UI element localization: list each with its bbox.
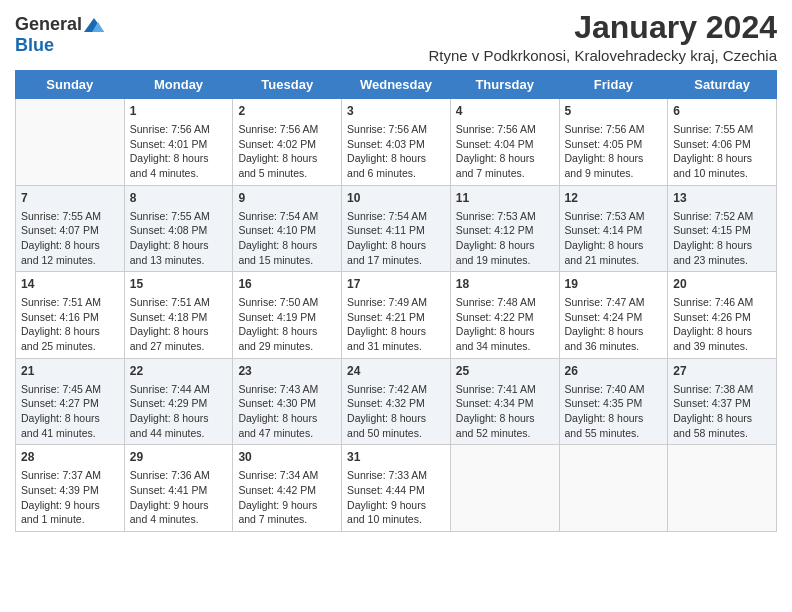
calendar-day-cell: 23Sunrise: 7:43 AMSunset: 4:30 PMDayligh… [233, 358, 342, 445]
daylight-text: Daylight: 9 hours and 4 minutes. [130, 498, 228, 527]
calendar-day-cell: 12Sunrise: 7:53 AMSunset: 4:14 PMDayligh… [559, 185, 668, 272]
sunset-text: Sunset: 4:44 PM [347, 483, 445, 498]
daylight-text: Daylight: 8 hours and 5 minutes. [238, 151, 336, 180]
day-number: 18 [456, 276, 554, 293]
calendar-week-row: 21Sunrise: 7:45 AMSunset: 4:27 PMDayligh… [16, 358, 777, 445]
sunset-text: Sunset: 4:04 PM [456, 137, 554, 152]
daylight-text: Daylight: 8 hours and 12 minutes. [21, 238, 119, 267]
sunrise-text: Sunrise: 7:51 AM [130, 295, 228, 310]
daylight-text: Daylight: 8 hours and 47 minutes. [238, 411, 336, 440]
daylight-text: Daylight: 8 hours and 13 minutes. [130, 238, 228, 267]
calendar-day-cell: 31Sunrise: 7:33 AMSunset: 4:44 PMDayligh… [342, 445, 451, 532]
calendar-week-row: 1Sunrise: 7:56 AMSunset: 4:01 PMDaylight… [16, 99, 777, 186]
day-number: 20 [673, 276, 771, 293]
sunset-text: Sunset: 4:16 PM [21, 310, 119, 325]
calendar-day-cell: 14Sunrise: 7:51 AMSunset: 4:16 PMDayligh… [16, 272, 125, 359]
sunset-text: Sunset: 4:35 PM [565, 396, 663, 411]
daylight-text: Daylight: 9 hours and 10 minutes. [347, 498, 445, 527]
sunset-text: Sunset: 4:07 PM [21, 223, 119, 238]
sunset-text: Sunset: 4:22 PM [456, 310, 554, 325]
day-number: 27 [673, 363, 771, 380]
daylight-text: Daylight: 8 hours and 4 minutes. [130, 151, 228, 180]
calendar-day-cell: 10Sunrise: 7:54 AMSunset: 4:11 PMDayligh… [342, 185, 451, 272]
calendar-day-cell [450, 445, 559, 532]
day-number: 4 [456, 103, 554, 120]
day-number: 5 [565, 103, 663, 120]
day-number: 16 [238, 276, 336, 293]
daylight-text: Daylight: 8 hours and 50 minutes. [347, 411, 445, 440]
calendar-table: SundayMondayTuesdayWednesdayThursdayFrid… [15, 70, 777, 532]
calendar-day-cell: 1Sunrise: 7:56 AMSunset: 4:01 PMDaylight… [124, 99, 233, 186]
logo-blue-text: Blue [15, 35, 54, 56]
day-number: 2 [238, 103, 336, 120]
daylight-text: Daylight: 8 hours and 7 minutes. [456, 151, 554, 180]
day-number: 12 [565, 190, 663, 207]
daylight-text: Daylight: 8 hours and 55 minutes. [565, 411, 663, 440]
sunset-text: Sunset: 4:19 PM [238, 310, 336, 325]
daylight-text: Daylight: 8 hours and 25 minutes. [21, 324, 119, 353]
calendar-week-row: 14Sunrise: 7:51 AMSunset: 4:16 PMDayligh… [16, 272, 777, 359]
calendar-day-cell: 2Sunrise: 7:56 AMSunset: 4:02 PMDaylight… [233, 99, 342, 186]
sunrise-text: Sunrise: 7:56 AM [347, 122, 445, 137]
daylight-text: Daylight: 9 hours and 7 minutes. [238, 498, 336, 527]
calendar-day-cell: 11Sunrise: 7:53 AMSunset: 4:12 PMDayligh… [450, 185, 559, 272]
sunset-text: Sunset: 4:27 PM [21, 396, 119, 411]
calendar-day-cell: 5Sunrise: 7:56 AMSunset: 4:05 PMDaylight… [559, 99, 668, 186]
sunrise-text: Sunrise: 7:55 AM [130, 209, 228, 224]
sunrise-text: Sunrise: 7:48 AM [456, 295, 554, 310]
sunset-text: Sunset: 4:24 PM [565, 310, 663, 325]
calendar-day-cell: 17Sunrise: 7:49 AMSunset: 4:21 PMDayligh… [342, 272, 451, 359]
sunset-text: Sunset: 4:12 PM [456, 223, 554, 238]
calendar-day-cell: 18Sunrise: 7:48 AMSunset: 4:22 PMDayligh… [450, 272, 559, 359]
calendar-day-cell: 29Sunrise: 7:36 AMSunset: 4:41 PMDayligh… [124, 445, 233, 532]
sunset-text: Sunset: 4:37 PM [673, 396, 771, 411]
daylight-text: Daylight: 8 hours and 27 minutes. [130, 324, 228, 353]
calendar-day-cell: 3Sunrise: 7:56 AMSunset: 4:03 PMDaylight… [342, 99, 451, 186]
sunrise-text: Sunrise: 7:42 AM [347, 382, 445, 397]
daylight-text: Daylight: 8 hours and 44 minutes. [130, 411, 228, 440]
weekday-header-row: SundayMondayTuesdayWednesdayThursdayFrid… [16, 71, 777, 99]
calendar-day-cell: 28Sunrise: 7:37 AMSunset: 4:39 PMDayligh… [16, 445, 125, 532]
sunset-text: Sunset: 4:30 PM [238, 396, 336, 411]
calendar-day-cell: 24Sunrise: 7:42 AMSunset: 4:32 PMDayligh… [342, 358, 451, 445]
calendar-day-cell: 7Sunrise: 7:55 AMSunset: 4:07 PMDaylight… [16, 185, 125, 272]
calendar-day-cell [559, 445, 668, 532]
day-number: 7 [21, 190, 119, 207]
sunset-text: Sunset: 4:39 PM [21, 483, 119, 498]
logo-general-text: General [15, 14, 82, 35]
sunrise-text: Sunrise: 7:41 AM [456, 382, 554, 397]
sunrise-text: Sunrise: 7:53 AM [456, 209, 554, 224]
daylight-text: Daylight: 8 hours and 52 minutes. [456, 411, 554, 440]
day-number: 30 [238, 449, 336, 466]
daylight-text: Daylight: 8 hours and 36 minutes. [565, 324, 663, 353]
daylight-text: Daylight: 8 hours and 34 minutes. [456, 324, 554, 353]
sunset-text: Sunset: 4:18 PM [130, 310, 228, 325]
day-number: 31 [347, 449, 445, 466]
calendar-day-cell: 26Sunrise: 7:40 AMSunset: 4:35 PMDayligh… [559, 358, 668, 445]
sunrise-text: Sunrise: 7:46 AM [673, 295, 771, 310]
daylight-text: Daylight: 8 hours and 58 minutes. [673, 411, 771, 440]
sunset-text: Sunset: 4:10 PM [238, 223, 336, 238]
daylight-text: Daylight: 8 hours and 9 minutes. [565, 151, 663, 180]
day-number: 1 [130, 103, 228, 120]
calendar-day-cell: 6Sunrise: 7:55 AMSunset: 4:06 PMDaylight… [668, 99, 777, 186]
weekday-header-friday: Friday [559, 71, 668, 99]
sunrise-text: Sunrise: 7:47 AM [565, 295, 663, 310]
sunset-text: Sunset: 4:26 PM [673, 310, 771, 325]
sunset-text: Sunset: 4:03 PM [347, 137, 445, 152]
sunset-text: Sunset: 4:15 PM [673, 223, 771, 238]
sunrise-text: Sunrise: 7:53 AM [565, 209, 663, 224]
sunrise-text: Sunrise: 7:51 AM [21, 295, 119, 310]
weekday-header-monday: Monday [124, 71, 233, 99]
weekday-header-saturday: Saturday [668, 71, 777, 99]
sunset-text: Sunset: 4:06 PM [673, 137, 771, 152]
sunset-text: Sunset: 4:21 PM [347, 310, 445, 325]
logo-icon [84, 18, 104, 32]
day-number: 17 [347, 276, 445, 293]
sunrise-text: Sunrise: 7:38 AM [673, 382, 771, 397]
sunrise-text: Sunrise: 7:43 AM [238, 382, 336, 397]
day-number: 25 [456, 363, 554, 380]
day-number: 22 [130, 363, 228, 380]
sunrise-text: Sunrise: 7:33 AM [347, 468, 445, 483]
day-number: 15 [130, 276, 228, 293]
